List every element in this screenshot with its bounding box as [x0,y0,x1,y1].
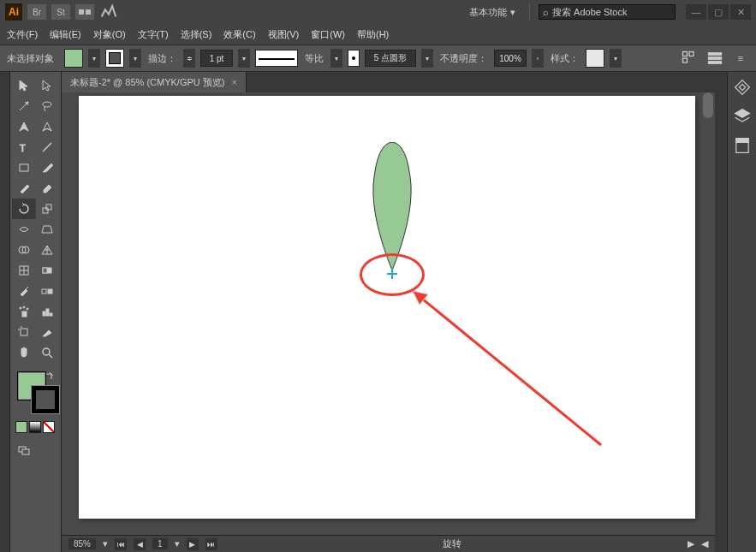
nav-prev-icon[interactable]: ◀ [134,538,146,550]
shaper-tool[interactable] [12,178,36,199]
stroke-weight-dropdown[interactable]: ▾ [238,49,250,68]
profile-input[interactable] [365,50,416,67]
rotate-tool[interactable] [12,199,36,219]
nav-first-icon[interactable]: ⏮ [115,538,127,550]
menu-effect[interactable]: 效果(C) [223,28,255,41]
graphic-style-swatch[interactable] [586,49,604,68]
opacity-dropdown[interactable]: › [532,49,544,68]
profile-dropdown[interactable]: ▾ [421,49,433,68]
menu-window[interactable]: 窗口(W) [311,28,345,41]
color-mode-solid[interactable] [15,421,27,433]
menu-type[interactable]: 文字(T) [138,28,169,41]
gradient-tool[interactable] [36,260,60,281]
artboard-tool[interactable] [12,322,36,342]
proportion-dropdown[interactable]: ▾ [330,49,342,68]
screen-mode-tool[interactable] [12,440,36,460]
svg-rect-4 [709,57,722,60]
status-play-icon[interactable]: ▶ [688,538,694,549]
libraries-panel-icon[interactable] [732,135,753,156]
canvas[interactable] [62,92,715,535]
color-mode-none[interactable] [43,421,55,433]
free-transform-tool[interactable] [36,219,60,240]
stock-search-input[interactable]: ⌕ 搜索 Adobe Stock [539,4,676,20]
workspace-switcher[interactable]: 基本功能 ▾ [464,4,521,21]
svg-rect-27 [46,309,49,316]
fill-dropdown[interactable]: ▾ [88,49,100,68]
zoom-tool[interactable] [36,342,60,363]
document-tab[interactable]: 未标题-2* @ 85% (CMYK/GPU 预览) × [62,72,247,92]
maximize-button[interactable]: ▢ [708,4,729,20]
zoom-dropdown-icon[interactable]: ▾ [103,538,108,549]
profile-preview[interactable] [348,50,360,67]
width-tool[interactable] [12,219,36,240]
style-dropdown[interactable]: ▾ [610,49,622,68]
menu-view[interactable]: 视图(V) [268,28,300,41]
menu-select[interactable]: 选择(S) [181,28,212,41]
lasso-tool[interactable] [36,96,60,116]
tool-collapse-strip[interactable] [0,72,10,552]
minimize-button[interactable]: — [686,4,706,20]
opacity-input[interactable] [494,50,527,67]
curvature-tool[interactable] [36,116,60,137]
nav-last-icon[interactable]: ⏭ [205,538,217,550]
scrollbar-thumb[interactable] [703,92,713,118]
stroke-swatch[interactable] [105,49,124,68]
type-tool[interactable]: T [12,137,36,157]
menu-edit[interactable]: 编辑(E) [50,28,81,41]
line-tool[interactable] [36,137,60,157]
menu-help[interactable]: 帮助(H) [357,28,389,41]
perspective-tool[interactable] [36,240,60,260]
stroke-dropdown[interactable]: ▾ [129,49,141,68]
selection-tool[interactable] [12,75,36,96]
svg-point-24 [23,306,25,308]
vertical-scrollbar[interactable] [701,92,715,535]
artboard-number[interactable]: 1 [152,538,168,549]
prefs-icon[interactable] [706,50,723,67]
menu-object[interactable]: 对象(O) [93,28,126,41]
magic-wand-tool[interactable] [12,96,36,116]
stock-icon[interactable]: St [51,4,70,20]
direct-selection-tool[interactable] [36,75,60,96]
stroke-style-preview[interactable] [255,50,298,67]
close-button[interactable]: ✕ [730,4,751,20]
column-graph-tool[interactable] [36,301,60,322]
stroke-stepper[interactable]: ≑ [183,49,195,68]
svg-point-7 [43,102,51,107]
eyedropper-tool[interactable] [12,281,36,301]
symbol-sprayer-tool[interactable] [12,301,36,322]
stroke-weight-input[interactable] [200,50,233,67]
paintbrush-tool[interactable] [36,157,60,178]
status-back-icon[interactable]: ◀ [701,538,708,549]
shape-builder-tool[interactable] [12,240,36,260]
gpu-icon[interactable] [99,4,118,20]
pen-tool[interactable] [12,116,36,137]
svg-rect-22 [22,312,27,317]
mesh-tool[interactable] [12,260,36,281]
stroke-color-swatch[interactable] [31,385,60,414]
doc-setup-icon[interactable] [681,50,698,67]
artboard-dropdown-icon[interactable]: ▾ [175,538,180,549]
tab-close-icon[interactable]: × [231,77,236,87]
rectangle-tool[interactable] [12,157,36,178]
blend-tool[interactable] [36,281,60,301]
layers-panel-icon[interactable] [732,106,753,127]
menu-icon[interactable]: ≡ [732,50,749,67]
nav-next-icon[interactable]: ▶ [187,538,199,550]
properties-panel-icon[interactable] [732,77,753,98]
zoom-level[interactable]: 85% [68,538,96,549]
fill-swatch[interactable] [64,49,83,68]
right-collapse-strip[interactable] [715,72,727,552]
svg-marker-37 [413,291,428,305]
menu-file[interactable]: 文件(F) [7,28,38,41]
svg-rect-0 [683,52,688,56]
hand-tool[interactable] [12,342,36,363]
scale-tool[interactable] [36,199,60,219]
arrange-icon[interactable] [75,4,94,20]
color-mode-gradient[interactable] [29,421,41,433]
svg-point-32 [43,348,50,355]
slice-tool[interactable] [36,322,60,342]
eraser-tool[interactable] [36,178,60,199]
menu-bar: 文件(F) 编辑(E) 对象(O) 文字(T) 选择(S) 效果(C) 视图(V… [0,24,756,45]
bridge-icon[interactable]: Br [27,4,46,20]
swap-colors-icon[interactable] [44,371,56,383]
